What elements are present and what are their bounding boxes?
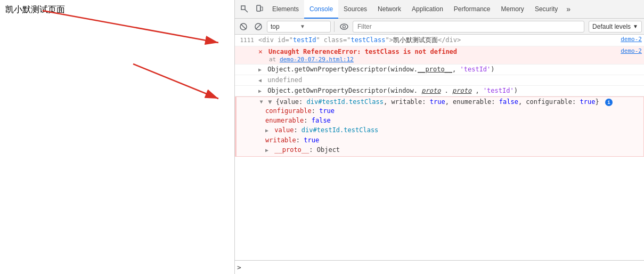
info-icon[interactable]: i <box>605 99 613 106</box>
filter-input[interactable] <box>355 23 582 30</box>
line-number-input-2 <box>237 87 258 88</box>
line-number-object <box>239 98 260 99</box>
console-output: 1111 <div id="testId" class="testClass">… <box>235 35 644 260</box>
tab-security[interactable]: Security <box>529 0 563 19</box>
levels-dropdown-arrow: ▼ <box>633 23 638 29</box>
collapse-arrow[interactable]: ◀ <box>258 77 262 83</box>
object-property-enumerable: enumerable: false <box>239 116 331 125</box>
source-link-1[interactable]: demo-2 <box>616 36 642 43</box>
console-object-summary: ▶ ▼ {value: div#testId.testClass, writab… <box>260 98 641 106</box>
tab-application[interactable]: Application <box>406 0 449 19</box>
filter-box <box>353 21 584 33</box>
console-row-object: ▶ ▼ {value: div#testId.testClass, writab… <box>235 96 644 157</box>
page-area: 凯小默测试页面 <box>0 0 234 274</box>
value-expand-arrow[interactable]: ▶ <box>265 127 268 133</box>
eye-button[interactable] <box>338 20 350 33</box>
expand-arrow[interactable]: ▶ <box>258 67 262 72</box>
tab-sources[interactable]: Sources <box>338 0 372 19</box>
svg-point-12 <box>343 25 346 28</box>
object-property-value: ▶ value: div#testId.testClass <box>239 125 378 135</box>
toolbar-divider <box>334 21 335 32</box>
inspect-element-button[interactable] <box>237 2 252 17</box>
tab-network[interactable]: Network <box>372 0 406 19</box>
object-property-writable: writable: true <box>239 135 319 145</box>
devtools-panel: Elements Console Sources Network Applica… <box>234 0 644 274</box>
tab-console[interactable]: Console <box>304 0 338 19</box>
console-input-field[interactable] <box>243 264 642 271</box>
console-error-content: ✕ Uncaught ReferenceError: testClass is … <box>258 47 616 63</box>
device-toolbar-button[interactable] <box>252 2 267 17</box>
tab-elements[interactable]: Elements <box>267 0 304 19</box>
clear-console-button[interactable] <box>237 20 250 33</box>
console-log-content: <div id="testId" class="testClass">凯小默测试… <box>258 36 616 45</box>
tab-memory[interactable]: Memory <box>496 0 529 19</box>
console-input-row: > <box>235 260 644 274</box>
svg-line-8 <box>241 24 246 29</box>
console-input-content-2: ▶ Object.getOwnPropertyDescriptor(window… <box>258 87 642 94</box>
tab-performance[interactable]: Performance <box>449 0 496 19</box>
line-number-error <box>237 47 258 49</box>
tab-bar: Elements Console Sources Network Applica… <box>235 0 644 19</box>
default-levels-dropdown[interactable]: Default levels ▼ <box>589 21 642 33</box>
svg-rect-5 <box>257 5 260 11</box>
console-input-content-1: ▶ Object.getOwnPropertyDescriptor(window… <box>258 66 642 73</box>
object-property-configurable: configurable: true <box>239 106 335 116</box>
console-toolbar: top ▼ Default levels ▼ <box>235 19 644 35</box>
more-tabs-button[interactable]: » <box>563 0 574 19</box>
object-expand-arrow[interactable]: ▶ <box>259 100 265 103</box>
console-row-input-1: ▶ Object.getOwnPropertyDescriptor(window… <box>235 65 644 75</box>
object-property-proto: ▶ __proto__: Object <box>239 145 340 155</box>
block-requests-button[interactable] <box>252 20 265 33</box>
svg-line-10 <box>256 24 261 29</box>
proto-expand-arrow[interactable]: ▶ <box>265 147 268 153</box>
console-row-undefined: ◀ undefined <box>235 75 644 86</box>
console-undefined-content: ◀ undefined <box>258 76 642 84</box>
context-selector[interactable]: top ▼ <box>267 21 331 33</box>
svg-line-2 <box>43 11 218 43</box>
svg-line-3 <box>133 64 218 99</box>
line-number: 1111 <box>237 36 258 44</box>
error-location-link[interactable]: demo-20-07-29.html:12 <box>280 56 354 63</box>
line-number-undefined <box>237 76 258 77</box>
console-row-input-2: ▶ Object.getOwnPropertyDescriptor(window… <box>235 86 644 96</box>
console-row-log: 1111 <div id="testId" class="testClass">… <box>235 35 644 46</box>
svg-rect-4 <box>241 6 245 10</box>
source-link-2[interactable]: demo-2 <box>616 47 642 54</box>
input-prompt: > <box>237 263 241 271</box>
expand-arrow-2[interactable]: ▶ <box>258 88 262 94</box>
context-dropdown-arrow: ▼ <box>300 23 327 29</box>
error-message: Uncaught ReferenceError: testClass is no… <box>268 48 457 55</box>
line-number-empty <box>237 66 258 67</box>
console-row-error: ✕ Uncaught ReferenceError: testClass is … <box>235 46 644 65</box>
svg-point-11 <box>340 24 348 29</box>
error-icon: ✕ <box>258 47 263 55</box>
